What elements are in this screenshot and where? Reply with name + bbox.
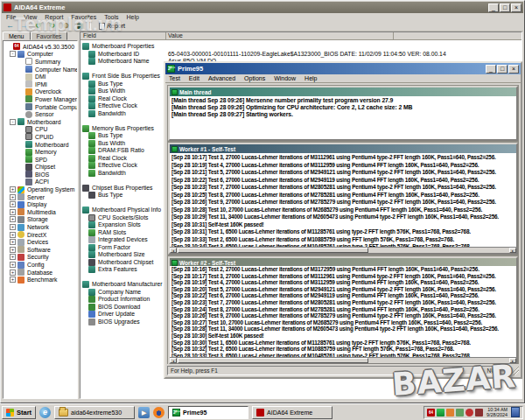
taskbar-aida64-button[interactable]: AIDA64 Extreme <box>252 406 332 419</box>
prime95-close-button[interactable] <box>508 65 519 74</box>
tree-item[interactable]: Software <box>4 246 77 254</box>
menu-item[interactable]: Edit <box>189 75 200 81</box>
tree-item[interactable]: Portable Computer <box>4 103 77 111</box>
tree-item[interactable]: Motherboard <box>4 118 77 126</box>
tree-item[interactable]: Display <box>4 200 77 208</box>
report-button[interactable]: Report <box>95 22 129 31</box>
taskbar-prime95-button[interactable]: Prime95 <box>168 406 248 419</box>
tree-item[interactable]: Server <box>4 193 77 201</box>
menu-item[interactable]: Tools <box>104 14 118 20</box>
taskbar-folder-button[interactable]: aida64extreme530 <box>54 406 135 419</box>
tree-item[interactable]: Sensor <box>4 110 77 118</box>
media-player-icon[interactable] <box>138 407 150 418</box>
settings-icon[interactable]: ⚙ <box>60 21 72 31</box>
resize-grip[interactable] <box>510 366 519 375</box>
scroll-right-icon[interactable] <box>509 248 516 253</box>
tree-item[interactable]: Computer Name <box>4 66 77 74</box>
prime95-maximize-button[interactable] <box>497 65 508 74</box>
start-button[interactable]: Start <box>2 406 36 419</box>
menu-item[interactable]: Options <box>244 75 265 81</box>
tree-item[interactable]: Storage <box>4 216 77 224</box>
tree-item[interactable]: Overclock <box>4 88 77 96</box>
tree-item[interactable]: Security <box>4 254 77 262</box>
worker1-titlebar[interactable]: Worker #1 - Self-Test <box>170 144 516 153</box>
tree-item[interactable]: Config <box>4 261 77 269</box>
expander-icon[interactable] <box>10 209 16 215</box>
tray-aida64-icon[interactable] <box>427 409 435 416</box>
tab-menu[interactable]: Menu <box>3 32 31 40</box>
tree-item[interactable]: BIOS <box>4 171 77 178</box>
menu-item[interactable]: Advanced <box>208 75 235 81</box>
tree-item[interactable]: Operating System <box>4 186 77 193</box>
refresh-icon[interactable]: ↺ <box>32 21 44 31</box>
display-icon[interactable]: ▦ <box>74 21 86 31</box>
worker2-hscrollbar[interactable] <box>170 357 516 363</box>
tree-item[interactable]: Multimedia <box>4 208 77 216</box>
forward-icon[interactable]: → <box>18 21 30 31</box>
expander-icon[interactable] <box>10 247 16 253</box>
expander-icon[interactable] <box>10 239 16 245</box>
menu-item[interactable]: Test <box>169 75 180 81</box>
tree-item[interactable]: AIDA64 v5.30.3500 <box>4 43 77 51</box>
taskbar-clock[interactable]: 10:34 AM 9/28/2024 <box>485 407 509 417</box>
tree-item[interactable]: Power Management <box>4 95 77 103</box>
tree-item[interactable]: Memory <box>4 148 77 156</box>
menu-item[interactable]: Window <box>274 75 296 81</box>
tree-item[interactable]: Computer <box>4 51 77 59</box>
tree-item[interactable]: IPMI <box>4 80 77 88</box>
firefox-icon[interactable] <box>153 407 164 418</box>
update-icon[interactable]: ↻ <box>46 21 58 31</box>
tray-prime95-icon[interactable] <box>437 409 444 416</box>
tree-item[interactable]: Summary <box>4 58 77 66</box>
expander-icon[interactable] <box>10 232 16 238</box>
field-row[interactable]: Motherboard Properties <box>80 43 522 51</box>
back-icon[interactable]: ← <box>4 21 16 31</box>
expander-icon[interactable] <box>10 119 16 125</box>
tree-item[interactable]: Benchmark <box>4 276 77 284</box>
expander-icon[interactable] <box>10 270 16 276</box>
scroll-right-icon[interactable] <box>509 358 516 363</box>
internet-explorer-icon[interactable] <box>39 407 51 418</box>
tree-item[interactable]: DirectX <box>4 231 77 239</box>
expander-icon[interactable] <box>10 262 16 268</box>
menu-item[interactable]: Help <box>126 14 138 20</box>
column-value[interactable]: Value <box>166 32 394 39</box>
menu-item[interactable]: Favorites <box>71 14 96 20</box>
prime95-minimize-button[interactable] <box>486 65 496 74</box>
scroll-thumb[interactable] <box>178 358 368 363</box>
tray-icon[interactable] <box>456 409 464 416</box>
expander-icon[interactable] <box>10 254 16 260</box>
minimize-button[interactable] <box>488 4 499 12</box>
expander-icon[interactable] <box>10 201 16 207</box>
language-bar-icon[interactable] <box>511 407 520 417</box>
tree-item[interactable]: CPU <box>4 126 77 134</box>
scroll-left-icon[interactable] <box>170 358 177 363</box>
tray-icon[interactable] <box>446 409 454 416</box>
tree-item[interactable]: Network <box>4 223 77 231</box>
close-button[interactable] <box>511 4 522 12</box>
tree-item[interactable]: Devices <box>4 238 77 246</box>
maximize-button[interactable] <box>500 4 510 12</box>
expander-icon[interactable] <box>10 224 16 230</box>
tab-favorites[interactable]: Favorites <box>31 32 68 40</box>
expander-icon[interactable] <box>10 51 16 57</box>
worker1-hscrollbar[interactable] <box>170 247 516 253</box>
expander-icon[interactable] <box>10 194 16 200</box>
tree-item[interactable]: SPD <box>4 156 77 164</box>
menu-item[interactable]: Help <box>304 75 317 81</box>
tree-item[interactable]: Chipset <box>4 164 77 172</box>
tree-item[interactable]: ACPI <box>4 178 77 186</box>
tray-icon[interactable] <box>466 409 473 416</box>
tree-item[interactable]: Motherboard <box>4 141 77 149</box>
tree-item[interactable]: DMI <box>4 73 77 80</box>
tray-icon[interactable] <box>475 409 483 416</box>
menu-item[interactable]: View <box>24 14 37 20</box>
menu-item[interactable]: File <box>6 14 16 20</box>
main-thread-titlebar[interactable]: Main thread <box>170 88 516 96</box>
expander-icon[interactable] <box>10 216 16 222</box>
tree-item[interactable]: CPUID <box>4 133 77 141</box>
menu-item[interactable]: Report <box>45 14 63 20</box>
column-field[interactable]: Field <box>80 32 166 39</box>
tree-item[interactable]: Database <box>4 269 77 276</box>
scroll-left-icon[interactable] <box>170 248 177 253</box>
